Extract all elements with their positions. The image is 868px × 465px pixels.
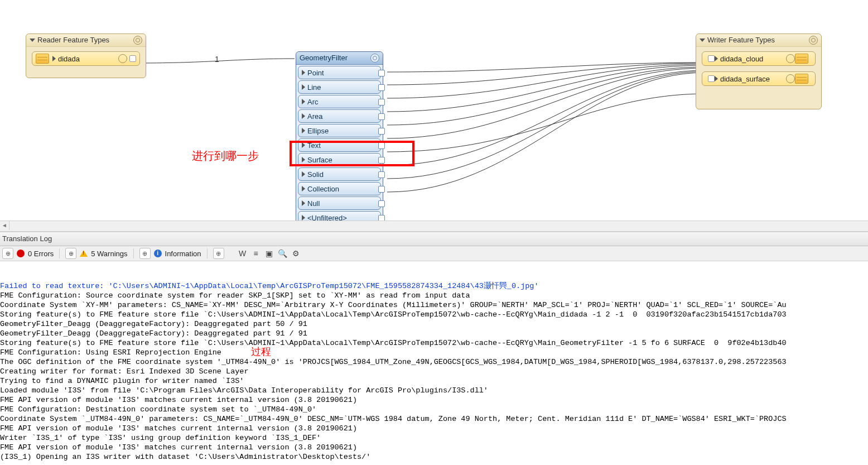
log-line: FME API version of module 'I3S' matches … — [0, 395, 868, 405]
output-port-line[interactable]: Line — [298, 80, 381, 94]
output-connector[interactable] — [378, 157, 385, 164]
log-line: Trying to find a DYNAMIC plugin for writ… — [0, 376, 868, 386]
warning-count[interactable]: 5 Warnings — [91, 250, 127, 258]
log-line: Failed to read texture: 'C:\Users\ADMINI… — [0, 281, 868, 291]
table-icon — [36, 54, 49, 64]
gear-icon[interactable] — [786, 74, 795, 83]
geometry-filter-transformer[interactable]: GeometryFilter Point Line Arc Area Ellip… — [296, 51, 383, 226]
output-connector[interactable] — [378, 128, 385, 135]
writer-feature-type-label: didada_surface — [720, 75, 784, 83]
collapse-icon — [30, 39, 35, 42]
expand-icon — [302, 113, 305, 119]
toggle-button[interactable]: ⊕ — [213, 248, 224, 259]
tool-icon[interactable]: W — [238, 249, 248, 258]
toggle-button[interactable]: ⊕ — [65, 248, 76, 259]
reader-feature-types-group[interactable]: Reader Feature Types didada — [26, 33, 146, 78]
output-connector[interactable] — [378, 142, 385, 149]
connection-feature-count: 1 — [215, 55, 219, 64]
port-label: Line — [307, 83, 321, 92]
output-connector[interactable] — [378, 113, 385, 120]
search-icon[interactable]: 🔍 — [278, 249, 288, 258]
canvas-horizontal-scrollbar[interactable]: ◄ — [0, 220, 868, 232]
log-line: Coordinate System `_UTM84-49N_0' paramet… — [0, 414, 868, 424]
output-port-ellipse[interactable]: Ellipse — [298, 124, 381, 137]
writer-group-header[interactable]: Writer Feature Types — [696, 34, 821, 47]
reader-group-header[interactable]: Reader Feature Types — [26, 34, 146, 47]
workflow-canvas[interactable]: Reader Feature Types didada 1 GeometryFi… — [0, 0, 868, 220]
port-label: Text — [307, 141, 321, 150]
separator — [59, 248, 60, 258]
warning-icon — [80, 250, 88, 257]
output-connector[interactable] — [378, 186, 385, 193]
output-connector[interactable] — [378, 84, 385, 91]
output-port-text[interactable]: Text — [298, 138, 381, 152]
collapse-icon — [700, 39, 705, 42]
gear-icon[interactable] — [786, 54, 795, 63]
log-line: Storing feature(s) to FME feature store … — [0, 310, 868, 319]
output-port-collection[interactable]: Collection — [298, 182, 381, 195]
writer-feature-types-group[interactable]: Writer Feature Types didada_cloud didada… — [696, 33, 822, 109]
transformer-title: GeometryFilter — [300, 52, 348, 64]
expand-icon — [715, 76, 718, 82]
output-port-point[interactable]: Point — [298, 66, 381, 79]
log-line: The OGC definition of the FME coordinate… — [0, 357, 868, 367]
output-port[interactable] — [129, 55, 136, 62]
reader-feature-type-label: didada — [58, 55, 116, 63]
information-label[interactable]: Information — [165, 250, 201, 258]
output-connector[interactable] — [378, 200, 385, 207]
port-label: Surface — [307, 156, 332, 164]
expand-icon — [302, 171, 305, 177]
log-body[interactable]: Failed to read texture: 'C:\Users\ADMINI… — [0, 261, 868, 465]
expand-icon — [302, 215, 305, 220]
log-line: Storing feature(s) to FME feature store … — [0, 338, 868, 348]
output-port-solid[interactable]: Solid — [298, 167, 381, 181]
gear-icon[interactable] — [370, 54, 379, 63]
output-port-area[interactable]: Area — [298, 109, 381, 123]
port-label: Solid — [307, 170, 324, 179]
log-line: (I3S_1) Opening an I3S writer with datas… — [0, 452, 868, 462]
reader-feature-type-node[interactable]: didada — [32, 51, 140, 66]
expand-icon — [302, 84, 305, 90]
gear-icon[interactable]: ⚙ — [291, 249, 301, 258]
output-port-null[interactable]: Null — [298, 196, 381, 210]
log-line: FME Configuration: Using ESRI Reprojecti… — [0, 348, 868, 357]
annotation-text: 进行到哪一步 — [192, 148, 259, 164]
log-line: GeometryFilter_Deagg (DeaggregateFactory… — [0, 319, 868, 329]
expand-icon — [52, 56, 56, 61]
expand-icon — [302, 142, 305, 148]
log-line: Loaded module 'I3S' from file 'C:\Progra… — [0, 386, 868, 395]
toggle-button[interactable]: ⊕ — [2, 248, 13, 259]
scroll-left-arrow[interactable]: ◄ — [0, 221, 9, 230]
output-connector[interactable] — [378, 171, 385, 178]
output-port-arc[interactable]: Arc — [298, 95, 381, 108]
reader-group-title: Reader Feature Types — [37, 34, 109, 46]
port-label: Null — [307, 199, 320, 208]
output-connector[interactable] — [378, 70, 385, 76]
input-port[interactable] — [708, 55, 715, 62]
toggle-button[interactable]: ⊕ — [139, 248, 151, 259]
output-connector[interactable] — [378, 99, 385, 106]
output-port-surface[interactable]: Surface — [298, 153, 381, 166]
expand-icon — [302, 186, 305, 191]
writer-feature-type-label: didada_cloud — [720, 55, 784, 63]
log-line: Creating writer for format: Esri Indexed… — [0, 367, 868, 376]
table-icon — [795, 54, 808, 64]
transformer-header[interactable]: GeometryFilter — [296, 52, 383, 65]
gear-icon[interactable] — [809, 36, 818, 45]
expand-icon — [715, 56, 718, 61]
log-line: FME Configuration: Destination coordinat… — [0, 405, 868, 414]
error-count[interactable]: 0 Errors — [28, 250, 54, 258]
gear-icon[interactable] — [133, 36, 142, 45]
tool-icon[interactable]: ≡ — [251, 249, 261, 258]
input-port[interactable] — [708, 75, 715, 82]
gear-icon[interactable] — [118, 54, 127, 63]
expand-icon — [302, 157, 305, 162]
writer-feature-type-surface[interactable]: didada_surface — [702, 71, 816, 86]
tool-icon[interactable]: ▣ — [264, 249, 274, 258]
log-line: FME API version of module 'I3S' matches … — [0, 443, 868, 452]
writer-feature-type-cloud[interactable]: didada_cloud — [702, 51, 816, 66]
port-label: Point — [307, 69, 324, 77]
table-icon — [795, 74, 808, 84]
port-label: Arc — [307, 98, 319, 106]
translation-log-title: Translation Log — [0, 232, 868, 246]
